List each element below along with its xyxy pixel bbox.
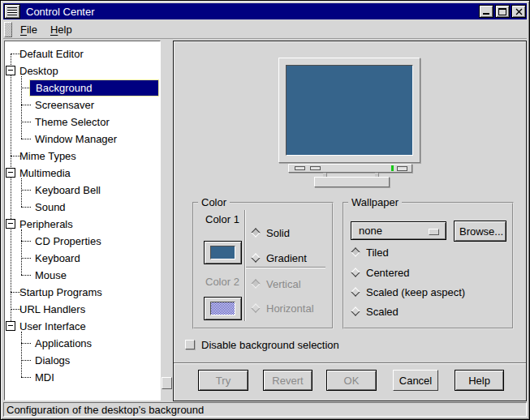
color1-swatch [210,246,235,259]
radio-icon [351,247,360,256]
tree-item-row: Mime Types [17,148,159,165]
try-button[interactable]: Try [198,370,248,391]
tree-item-label: Mouse [35,269,67,281]
tree-item-startup-programs[interactable]: Startup Programs [5,284,160,301]
radio-label: Gradient [266,252,307,264]
revert-button[interactable]: Revert [263,370,312,391]
wallpaper-frame-title: Wallpaper [348,196,402,208]
tree-item-label: Theme Selector [35,116,110,128]
wallpaper-dropdown[interactable]: none [351,221,446,240]
horizontal-separator [246,267,325,268]
help-button[interactable]: Help [455,370,504,391]
tree-item-row: Keyboard Bell [29,182,159,199]
radio-icon [251,253,260,262]
color-frame-title: Color [198,196,230,208]
minimize-button[interactable] [479,5,493,18]
vertical-separator [244,210,246,321]
tree-item-label: Mime Types [19,150,76,162]
window-controls [479,5,526,18]
color-radio-gradient[interactable]: Gradient [251,252,307,264]
radio-label: Centered [366,267,409,279]
tree-item-row: Desktop [17,62,159,79]
tree-item-dialogs[interactable]: Dialogs [5,352,160,369]
statusbar-text: Configuration of the desktop’s backgroun… [6,404,204,416]
disable-background-label: Disable background selection [201,339,339,351]
wallpaper-radio-centered[interactable]: Centered [351,267,409,278]
tree-item-row: Peripherals [17,216,159,233]
close-button[interactable] [511,5,526,18]
wallpaper-radio-scaled[interactable]: Scaled [351,306,399,317]
tree-item-default-editor[interactable]: Default Editor [5,45,160,62]
tree-item-background[interactable]: Background [5,79,160,96]
tree-item-mdi[interactable]: MDI [5,369,160,386]
tree-item-sound[interactable]: Sound [5,199,160,216]
tree-item-row: Background [29,79,159,96]
tree-item-row: Window Manager [29,131,159,148]
tree-item-multimedia[interactable]: Multimedia [5,165,160,182]
tree-collapse-icon[interactable] [6,66,15,75]
monitor-preview [278,58,420,163]
browse-button[interactable]: Browse... [454,221,506,242]
tree-item-cd-properties[interactable]: CD Properties [5,233,160,250]
radio-icon [351,268,360,276]
titlebar[interactable]: Control Center [3,3,527,19]
radio-label: Horizontal [266,302,314,315]
disable-background-checkbox-row[interactable]: Disable background selection [185,338,339,351]
monitor-button-icon [295,166,305,170]
tree-item-label: Desktop [19,65,58,77]
paned-divider[interactable] [162,41,172,401]
monitor-front-panel [288,164,412,173]
close-icon [515,8,523,15]
tree-item-label: Peripherals [19,218,73,230]
color1-button[interactable] [204,241,242,264]
tree-item-label: Screensaver [35,99,94,111]
color2-button[interactable] [204,297,242,320]
tree-item-label: Keyboard [35,252,80,264]
color-radio-solid[interactable]: Solid [251,227,290,238]
tree-item-desktop[interactable]: Desktop [5,62,160,79]
tree-item-user-interface[interactable]: User Interface [5,318,160,335]
tree-item-peripherals[interactable]: Peripherals [5,216,160,233]
cancel-button[interactable]: Cancel [393,370,438,391]
tree-item-keyboard-bell[interactable]: Keyboard Bell [5,182,160,199]
monitor-screen-preview [286,65,413,156]
maximize-button[interactable] [495,5,510,18]
tree-item-url-handlers[interactable]: URL Handlers [5,301,160,318]
wallpaper-radio-tiled[interactable]: Tiled [351,246,389,258]
monitor-power-led [391,165,394,171]
color1-label: Color 1 [205,213,239,225]
tree-collapse-icon[interactable] [6,219,15,229]
radio-icon [351,287,360,296]
wallpaper-radio-scaled-keep-aspect[interactable]: Scaled (keep aspect) [351,286,465,298]
color2-label: Color 2 [205,276,239,288]
checkbox-icon[interactable] [185,340,195,349]
wallpaper-dropdown-value: none [359,225,382,237]
paned-resize-handle[interactable] [162,377,172,389]
ok-button[interactable]: OK [326,370,377,391]
tree-item-mime-types[interactable]: Mime Types [5,148,160,165]
menu-item-help[interactable]: Help [45,22,77,37]
menubar: FileHelp [3,20,527,39]
tree-item-row: Keyboard [29,250,159,267]
menubar-grip[interactable] [4,22,12,37]
tree-item-label: Sound [35,201,66,213]
color-radio-horizontal: Horizontal [251,302,314,314]
monitor-button-icon [397,166,407,171]
radio-icon [251,279,260,288]
tree-item-window-manager[interactable]: Window Manager [5,131,160,148]
radio-label: Vertical [266,278,301,290]
tree-item-mouse[interactable]: Mouse [5,267,160,284]
tree-item-applications[interactable]: Applications [5,335,160,352]
tree-item-row: Screensaver [29,96,159,114]
tree-item-row: URL Handlers [17,301,159,318]
tree-collapse-icon[interactable] [6,321,15,331]
window-menu-button[interactable] [4,4,20,19]
tree-item-label: MDI [35,371,54,384]
tree-item-row: CD Properties [29,233,159,250]
tree-collapse-icon[interactable] [6,168,15,178]
tree-item-keyboard[interactable]: Keyboard [5,250,160,267]
menu-item-file[interactable]: File [15,22,42,37]
tree-item-screensaver[interactable]: Screensaver [5,96,160,114]
tree-item-theme-selector[interactable]: Theme Selector [5,114,160,131]
tree-item-row: Dialogs [29,352,159,369]
